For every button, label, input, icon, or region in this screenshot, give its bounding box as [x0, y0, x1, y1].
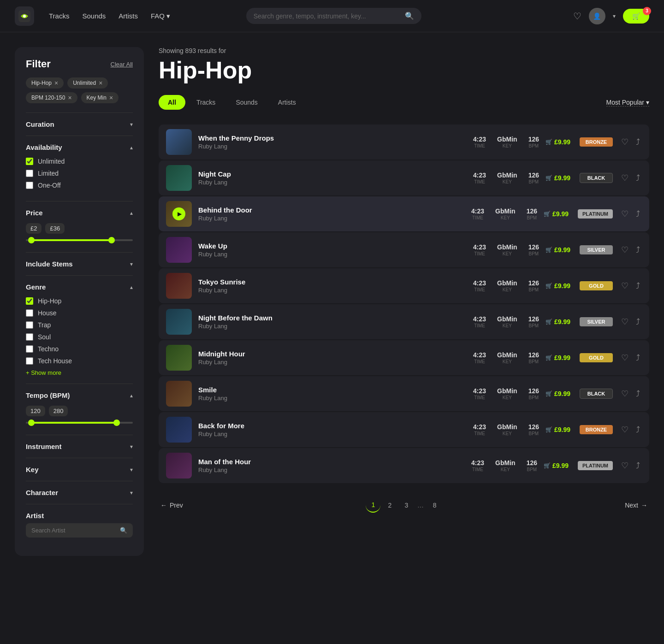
license-badge[interactable]: BLACK: [580, 389, 613, 399]
share-button[interactable]: ⤴: [634, 423, 642, 437]
key-toggle[interactable]: Key ▾: [26, 466, 133, 473]
filter-tag-unlimited[interactable]: Unlimited ×: [67, 77, 108, 89]
next-page-button[interactable]: Next →: [625, 502, 647, 509]
show-more-genres[interactable]: + Show more: [26, 369, 133, 376]
tempo-max-thumb[interactable]: [113, 419, 120, 426]
favorite-button[interactable]: ♡: [619, 459, 630, 473]
availability-toggle[interactable]: Availability ▴: [26, 143, 133, 151]
genre-hiphop[interactable]: Hip-Hop: [26, 297, 133, 305]
track-row[interactable]: Smile Ruby Lang 4:23 TIME GbMin KEY 126 …: [159, 376, 649, 411]
share-button[interactable]: ⤴: [634, 351, 642, 365]
page-3-button[interactable]: 3: [399, 498, 414, 513]
tab-sounds[interactable]: Sounds: [226, 95, 267, 110]
favorite-button[interactable]: ♡: [619, 387, 630, 401]
nav-faq[interactable]: FAQ ▾: [151, 12, 170, 20]
tab-all[interactable]: All: [159, 95, 185, 110]
license-badge[interactable]: BRONZE: [580, 425, 613, 434]
share-button[interactable]: ⤴: [634, 207, 642, 221]
logo[interactable]: [15, 6, 34, 26]
license-badge[interactable]: SILVER: [580, 317, 613, 326]
avatar[interactable]: 👤: [589, 8, 605, 24]
license-badge[interactable]: BRONZE: [580, 137, 613, 147]
soul-checkbox[interactable]: [26, 333, 33, 341]
availability-oneoff[interactable]: One-Off: [26, 182, 133, 189]
remove-filter-icon[interactable]: ×: [99, 79, 102, 87]
remove-filter-icon[interactable]: ×: [109, 94, 113, 101]
track-row[interactable]: ▶ Behind the Door Ruby Lang 4:23 TIME Gb…: [159, 196, 649, 231]
genre-toggle[interactable]: Genre ▴: [26, 283, 133, 291]
remove-filter-icon[interactable]: ×: [54, 79, 58, 87]
track-row[interactable]: Tokyo Sunrise Ruby Lang 4:23 TIME GbMin …: [159, 268, 649, 303]
price-min-thumb[interactable]: [28, 237, 35, 243]
track-row[interactable]: Man of the Hour Ruby Lang 4:23 TIME GbMi…: [159, 448, 649, 483]
price-toggle[interactable]: Price ▴: [26, 209, 133, 217]
favorite-button[interactable]: ♡: [619, 171, 630, 185]
track-row[interactable]: When the Penny Drops Ruby Lang 4:23 TIME…: [159, 124, 649, 160]
hiphop-checkbox[interactable]: [26, 297, 33, 305]
filter-tag-bpm[interactable]: BPM 120-150 ×: [26, 92, 77, 103]
license-badge[interactable]: PLATINUM: [578, 461, 613, 470]
remove-filter-icon[interactable]: ×: [68, 94, 71, 101]
share-button[interactable]: ⤴: [634, 279, 642, 293]
character-toggle[interactable]: Character ▾: [26, 489, 133, 496]
favorite-button[interactable]: ♡: [619, 423, 630, 437]
prev-page-button[interactable]: ← Prev: [160, 502, 183, 509]
favorite-button[interactable]: ♡: [619, 243, 630, 257]
track-row[interactable]: Night Cap Ruby Lang 4:23 TIME GbMin KEY …: [159, 160, 649, 195]
share-button[interactable]: ⤴: [634, 387, 642, 401]
price-range-slider[interactable]: [26, 239, 133, 241]
license-badge[interactable]: SILVER: [580, 245, 613, 254]
filter-tag-key[interactable]: Key Min ×: [81, 92, 119, 103]
favorite-button[interactable]: ♡: [619, 135, 630, 149]
limited-checkbox[interactable]: [26, 170, 33, 177]
house-checkbox[interactable]: [26, 309, 33, 317]
share-button[interactable]: ⤴: [634, 459, 642, 473]
nav-sounds[interactable]: Sounds: [82, 12, 106, 20]
techhouse-checkbox[interactable]: [26, 357, 33, 365]
tempo-min-thumb[interactable]: [28, 419, 35, 426]
stems-toggle[interactable]: Include Stems ▾: [26, 260, 133, 268]
license-badge[interactable]: BLACK: [580, 173, 613, 183]
track-row[interactable]: Night Before the Dawn Ruby Lang 4:23 TIM…: [159, 304, 649, 339]
license-badge[interactable]: GOLD: [580, 353, 613, 362]
tempo-toggle[interactable]: Tempo (BPM) ▴: [26, 391, 133, 399]
share-button[interactable]: ⤴: [634, 243, 642, 257]
share-button[interactable]: ⤴: [634, 315, 642, 329]
availability-limited[interactable]: Limited: [26, 170, 133, 177]
genre-techhouse[interactable]: Tech House: [26, 357, 133, 365]
track-row[interactable]: Back for More Ruby Lang 4:23 TIME GbMin …: [159, 412, 649, 447]
tempo-range-slider[interactable]: [26, 422, 133, 424]
favorite-button[interactable]: ♡: [619, 207, 630, 221]
favorites-button[interactable]: ♡: [573, 11, 581, 22]
nav-artists[interactable]: Artists: [119, 12, 138, 20]
sort-button[interactable]: Most Popular ▾: [606, 99, 649, 106]
favorite-button[interactable]: ♡: [619, 351, 630, 365]
tab-tracks[interactable]: Tracks: [187, 95, 225, 110]
genre-trap[interactable]: Trap: [26, 321, 133, 329]
share-button[interactable]: ⤴: [634, 171, 642, 185]
clear-all-button[interactable]: Clear All: [111, 61, 133, 68]
track-row[interactable]: Midnight Hour Ruby Lang 4:23 TIME GbMin …: [159, 340, 649, 375]
artist-search-input[interactable]: [31, 527, 116, 534]
oneoff-checkbox[interactable]: [26, 182, 33, 189]
share-button[interactable]: ⤴: [634, 136, 642, 149]
license-badge[interactable]: GOLD: [580, 281, 613, 290]
curation-toggle[interactable]: Curation ▾: [26, 120, 133, 128]
unlimited-checkbox[interactable]: [26, 158, 33, 165]
page-2-button[interactable]: 2: [382, 498, 397, 513]
favorite-button[interactable]: ♡: [619, 315, 630, 329]
techno-checkbox[interactable]: [26, 345, 33, 353]
play-button[interactable]: ▶: [172, 207, 185, 220]
page-8-button[interactable]: 8: [427, 498, 442, 513]
search-input[interactable]: [254, 12, 401, 20]
availability-unlimited[interactable]: Unlimited: [26, 158, 133, 165]
price-max-thumb[interactable]: [108, 237, 115, 243]
favorite-button[interactable]: ♡: [619, 279, 630, 293]
page-1-button[interactable]: 1: [366, 498, 380, 513]
trap-checkbox[interactable]: [26, 321, 33, 329]
genre-soul[interactable]: Soul: [26, 333, 133, 341]
license-badge[interactable]: PLATINUM: [578, 209, 613, 219]
tab-artists[interactable]: Artists: [269, 95, 305, 110]
nav-tracks[interactable]: Tracks: [49, 12, 69, 20]
instrument-toggle[interactable]: Instrument ▾: [26, 443, 133, 450]
